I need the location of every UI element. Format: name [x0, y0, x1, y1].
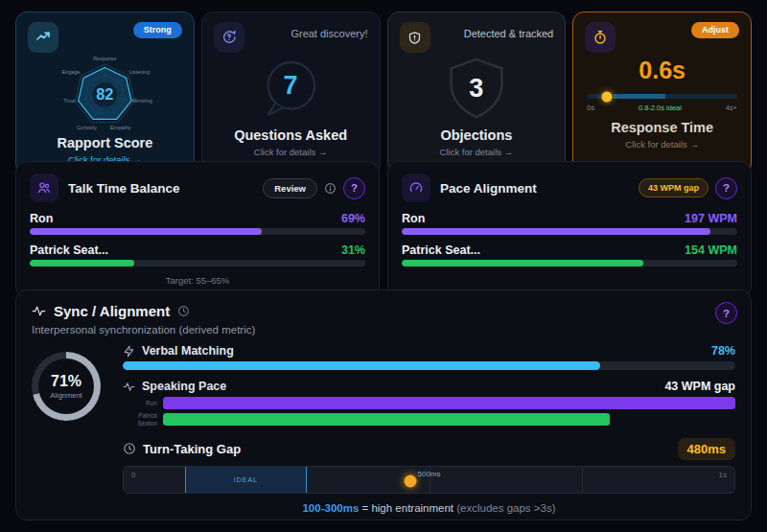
speaking-pace-section: Speaking Pace 43 WPM gap Ron Patrick Sea… — [123, 380, 735, 428]
gauge-icon — [402, 173, 430, 202]
response-details-link[interactable]: Click for details → — [585, 139, 739, 150]
response-time-value: 0.6s — [585, 57, 739, 84]
questions-card-title: Questions Asked — [214, 127, 368, 143]
activity-icon — [123, 381, 135, 393]
tt-scale-max: 1s — [719, 471, 727, 479]
clock-icon — [123, 442, 136, 455]
response-time-marker[interactable] — [601, 91, 612, 102]
speaker-name: Patrick Seat... — [30, 243, 108, 257]
verbal-matching-bar — [123, 361, 735, 370]
sync-subtitle: Interpersonal synchronization (derived m… — [32, 324, 735, 335]
response-card-title: Response Time — [585, 120, 739, 135]
shield-alert-icon — [400, 22, 430, 53]
sync-help-button[interactable]: ? — [715, 302, 737, 324]
svg-text:Trust: Trust — [63, 98, 76, 104]
info-icon[interactable] — [324, 182, 337, 195]
kpi-row: Strong 82 Response Listening Mirroring E… — [15, 12, 752, 150]
objections-status: Detected & tracked — [464, 22, 554, 39]
speaker-name: Patrick Seat... — [402, 243, 480, 257]
sync-alignment-card: ? Sync / Alignment Interpersonal synchro… — [15, 289, 752, 520]
tt-scale-min: 0 — [131, 471, 135, 479]
rapport-strength-badge[interactable]: Strong — [133, 22, 182, 38]
alignment-value: 71% — [51, 373, 81, 390]
svg-text:Engage: Engage — [62, 69, 81, 75]
speaker-value: 154 WPM — [685, 243, 737, 257]
svg-text:Listening: Listening — [129, 69, 151, 75]
pace-row-name: Patrick Seaton — [123, 412, 157, 428]
turn-taking-label: Turn-Taking Gap — [143, 442, 671, 456]
objections-card[interactable]: Detected & tracked 3 Objections Click fo… — [387, 12, 567, 175]
talk-time-bar-ron — [30, 228, 365, 235]
talk-time-target: Target: 55–65% — [30, 275, 365, 286]
rt-scale-max: 4s+ — [726, 104, 737, 112]
verbal-matching-section: Verbal Matching 78% — [123, 344, 735, 370]
turn-taking-marker[interactable] — [405, 474, 417, 487]
rapport-radar-chart: 82 Response Listening Mirroring Empathy … — [28, 53, 182, 135]
turn-taking-note: 100-300ms = high entrainment (excludes g… — [123, 502, 735, 514]
rapport-score-card[interactable]: Strong 82 Response Listening Mirroring E… — [15, 12, 195, 175]
turn-taking-slider[interactable]: 0 1s IDEAL 500ms — [123, 466, 735, 494]
stopwatch-icon — [585, 22, 616, 53]
speaker-value: 197 WPM — [685, 212, 737, 225]
sync-title: Sync / Alignment — [54, 303, 170, 319]
turn-taking-section: Turn-Taking Gap 480ms 0 1s IDEAL 500ms 1… — [123, 438, 735, 514]
talk-time-title: Talk Time Balance — [68, 181, 263, 196]
objections-count: 3 — [469, 74, 483, 104]
review-button[interactable]: Review — [263, 178, 317, 198]
dashboard: Strong 82 Response Listening Mirroring E… — [0, 0, 767, 532]
rapport-score-value: 82 — [96, 85, 113, 103]
verbal-matching-value: 78% — [711, 344, 735, 358]
tt-ideal-zone: IDEAL — [185, 467, 307, 493]
turn-taking-value-badge: 480ms — [678, 438, 735, 460]
response-time-ideal-zone — [614, 94, 664, 99]
svg-text:Response: Response — [93, 56, 116, 61]
speaker-value: 31% — [341, 243, 365, 257]
adjust-badge[interactable]: Adjust — [691, 22, 739, 38]
questions-details-link[interactable]: Click for details → — [214, 147, 368, 157]
objections-card-title: Objections — [400, 127, 554, 143]
talk-time-balance-card: Talk Time Balance Review ? Ron 69% Patri… — [15, 161, 380, 298]
pace-row-bar-ron — [163, 397, 735, 409]
pace-bar-patrick — [402, 260, 737, 266]
response-time-card[interactable]: Adjust 0.6s 0s 0.8-2.0s ideal 4s+ Respon… — [572, 12, 752, 175]
response-time-slider[interactable] — [587, 94, 737, 99]
questions-status: Great discovery! — [291, 22, 367, 39]
pace-row-bar-patrick — [163, 413, 735, 426]
wpm-gap-badge: 43 WPM gap — [639, 178, 709, 197]
activity-icon — [32, 304, 46, 318]
svg-text:Curiosity: Curiosity — [77, 125, 97, 130]
tt-tick-75 — [582, 467, 583, 493]
speaking-pace-label: Speaking Pace — [142, 380, 658, 393]
talk-time-bar-patrick — [30, 260, 365, 266]
objections-details-link[interactable]: Click for details → — [400, 147, 554, 157]
history-clock-icon[interactable] — [177, 305, 190, 317]
svg-text:Mirroring: Mirroring — [131, 98, 151, 104]
questions-count: 7 — [284, 71, 298, 101]
speaking-pace-value: 43 WPM gap — [664, 380, 735, 393]
pace-alignment-title: Pace Alignment — [440, 181, 639, 196]
rt-scale-ideal: 0.8-2.0s ideal — [639, 104, 682, 112]
people-icon — [30, 173, 58, 202]
balance-row: Talk Time Balance Review ? Ron 69% Patri… — [15, 161, 752, 279]
talk-time-help-button[interactable]: ? — [343, 177, 365, 199]
questions-asked-card[interactable]: Great discovery! 7 Questions Asked Click… — [201, 12, 381, 175]
trend-up-icon — [28, 22, 58, 53]
verbal-matching-label: Verbal Matching — [142, 344, 705, 358]
rapport-card-title: Rapport Score — [28, 135, 182, 150]
tt-scale-mid: 500ms — [417, 470, 440, 478]
speaker-name: Ron — [402, 212, 425, 225]
rt-scale-min: 0s — [587, 104, 594, 112]
pace-row-name: Ron — [123, 400, 157, 407]
pace-bar-ron — [402, 228, 737, 235]
pace-help-button[interactable]: ? — [715, 177, 737, 199]
speaker-value: 69% — [341, 212, 365, 225]
alignment-label: Alignment — [50, 391, 81, 400]
pace-alignment-card: Pace Alignment 43 WPM gap ? Ron 197 WPM … — [387, 161, 752, 298]
zap-icon — [123, 345, 135, 358]
alignment-gauge: 71% Alignment — [32, 352, 101, 421]
question-bubble-icon — [214, 22, 244, 53]
svg-text:Empathy: Empathy — [110, 125, 131, 130]
speaker-name: Ron — [30, 212, 53, 225]
